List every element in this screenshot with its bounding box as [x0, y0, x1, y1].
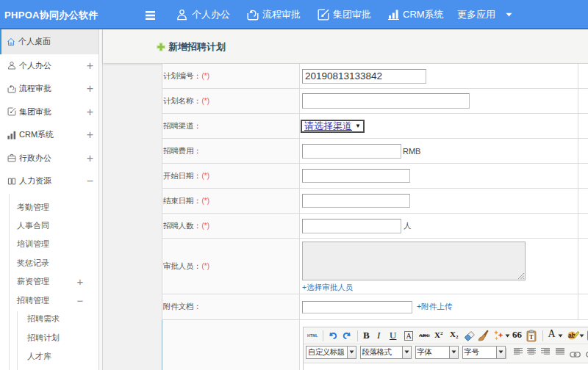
- svg-text:T: T: [529, 334, 534, 341]
